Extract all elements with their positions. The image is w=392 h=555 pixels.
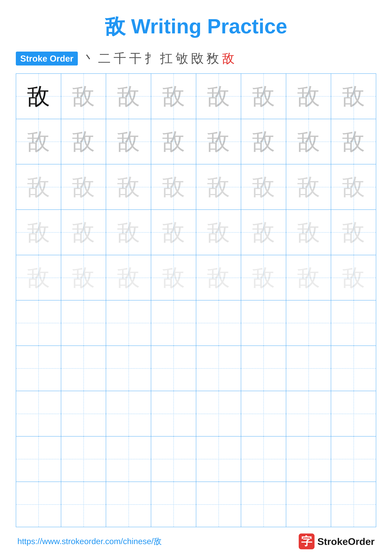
grid-cell — [106, 391, 151, 436]
logo-icon: 字 — [299, 533, 314, 549]
grid-cell — [106, 346, 151, 391]
grid-row-1: 敌 敌 敌 敌 敌 敌 敌 敌 — [16, 74, 376, 119]
grid-cell: 敌 — [106, 255, 151, 300]
practice-char: 敌 — [27, 85, 50, 108]
grid-cell — [61, 482, 106, 527]
grid-row-7 — [16, 346, 376, 391]
practice-char: 敌 — [342, 266, 365, 289]
practice-char: 敌 — [252, 130, 275, 153]
grid-cell: 敌 — [331, 74, 376, 119]
grid-cell — [151, 437, 196, 482]
grid-cell: 敌 — [241, 164, 286, 210]
practice-char: 敌 — [207, 221, 230, 244]
grid-cell — [61, 391, 106, 436]
grid-row-10 — [16, 482, 376, 527]
practice-char: 敌 — [162, 130, 185, 153]
grid-cell: 敌 — [61, 119, 106, 164]
page-title: 敌 Writing Practice — [105, 13, 287, 41]
grid-cell: 敌 — [16, 255, 61, 300]
grid-cell: 敌 — [196, 119, 241, 164]
practice-char: 敌 — [27, 221, 50, 244]
practice-char: 敌 — [297, 85, 320, 108]
practice-char: 敌 — [342, 221, 365, 244]
grid-cell: 敌 — [61, 164, 106, 210]
grid-cell — [196, 482, 241, 527]
grid-row-4: 敌 敌 敌 敌 敌 敌 敌 敌 — [16, 210, 376, 255]
grid-cell: 敌 — [16, 119, 61, 164]
practice-char: 敌 — [297, 130, 320, 153]
grid-cell — [196, 346, 241, 391]
grid-cell — [61, 437, 106, 482]
grid-cell: 敌 — [241, 210, 286, 255]
logo-text: StrokeOrder — [317, 536, 375, 547]
grid-cell — [286, 300, 331, 345]
practice-char: 敌 — [342, 85, 365, 108]
grid-cell — [16, 482, 61, 527]
grid-row-2: 敌 敌 敌 敌 敌 敌 敌 敌 — [16, 119, 376, 165]
practice-char: 敌 — [297, 266, 320, 289]
practice-char: 敌 — [162, 266, 185, 289]
grid-cell — [16, 391, 61, 436]
grid-cell: 敌 — [331, 255, 376, 300]
practice-char: 敌 — [207, 130, 230, 153]
grid-cell — [151, 300, 196, 345]
grid-cell: 敌 — [241, 119, 286, 164]
grid-cell — [241, 391, 286, 436]
stroke-8: 敃 — [191, 50, 204, 67]
practice-char: 敌 — [117, 130, 140, 153]
grid-cell: 敌 — [106, 210, 151, 255]
practice-char: 敌 — [72, 221, 95, 244]
grid-cell — [16, 437, 61, 482]
grid-cell: 敌 — [286, 255, 331, 300]
practice-char: 敌 — [72, 130, 95, 153]
stroke-3: 千 — [114, 50, 126, 67]
grid-cell — [196, 391, 241, 436]
stroke-7: 敂 — [176, 50, 188, 67]
grid-cell — [331, 391, 376, 436]
grid-cell — [286, 482, 331, 527]
grid-cell: 敌 — [61, 74, 106, 119]
grid-cell: 敌 — [286, 164, 331, 210]
grid-cell: 敌 — [331, 119, 376, 164]
practice-char: 敌 — [297, 175, 320, 198]
grid-cell: 敌 — [331, 164, 376, 210]
grid-cell — [16, 346, 61, 391]
practice-char: 敌 — [162, 175, 185, 198]
footer-url[interactable]: https://www.strokeorder.com/chinese/敌 — [17, 536, 162, 547]
grid-row-6 — [16, 300, 376, 346]
grid-cell: 敌 — [61, 210, 106, 255]
practice-char: 敌 — [72, 266, 95, 289]
practice-char: 敌 — [27, 175, 50, 198]
grid-cell: 敌 — [151, 210, 196, 255]
practice-char: 敌 — [72, 175, 95, 198]
grid-cell: 敌 — [151, 74, 196, 119]
stroke-5: 扌 — [144, 50, 157, 67]
practice-char: 敌 — [162, 221, 185, 244]
grid-cell: 敌 — [196, 74, 241, 119]
grid-cell — [151, 346, 196, 391]
stroke-order-row: Stroke Order 丶 二 千 干 扌 扛 敂 敃 敄 敌 — [16, 50, 376, 67]
practice-char: 敌 — [117, 175, 140, 198]
stroke-4: 干 — [129, 50, 142, 67]
practice-char: 敌 — [117, 266, 140, 289]
practice-char: 敌 — [252, 85, 275, 108]
grid-row-5: 敌 敌 敌 敌 敌 敌 敌 敌 — [16, 255, 376, 301]
grid-cell: 敌 — [286, 119, 331, 164]
practice-char: 敌 — [297, 221, 320, 244]
practice-char: 敌 — [162, 85, 185, 108]
practice-char: 敌 — [342, 130, 365, 153]
stroke-2: 二 — [98, 50, 111, 67]
grid-cell — [241, 346, 286, 391]
grid-cell — [286, 437, 331, 482]
grid-cell: 敌 — [106, 164, 151, 210]
grid-row-8 — [16, 391, 376, 437]
practice-char: 敌 — [207, 175, 230, 198]
grid-cell — [106, 300, 151, 345]
grid-cell — [61, 300, 106, 345]
grid-cell: 敌 — [16, 164, 61, 210]
stroke-9: 敄 — [207, 50, 219, 67]
stroke-1: 丶 — [83, 50, 95, 67]
practice-char: 敌 — [252, 221, 275, 244]
grid-cell: 敌 — [151, 164, 196, 210]
grid-cell — [106, 437, 151, 482]
